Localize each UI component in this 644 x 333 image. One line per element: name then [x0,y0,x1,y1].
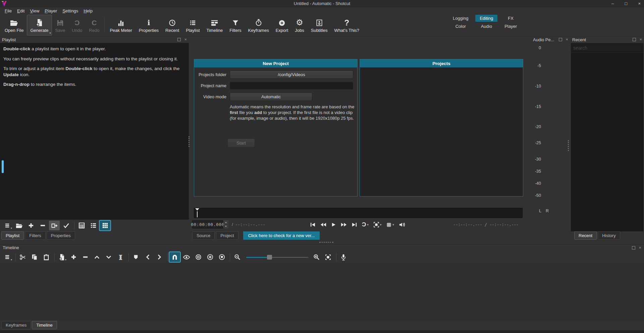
timeline-menu-button[interactable]: ▾ [2,252,13,262]
previous-marker-button[interactable] [142,252,153,262]
playlist-icon-view-button[interactable] [100,221,110,230]
zoom-timeline-fit-button[interactable] [323,252,333,262]
maximize-button-icon[interactable]: □ [625,0,628,7]
export-button[interactable]: Export [272,15,292,36]
playlist-open-button[interactable] [14,221,24,230]
scrub-while-dragging-button[interactable] [181,252,192,262]
whats-this-button[interactable]: ? What's This? [331,15,363,36]
properties-button[interactable]: i Properties [136,15,162,36]
cut-button[interactable] [17,252,28,262]
projects-folder-button[interactable]: /config/Videos [230,70,353,79]
redo-button[interactable]: C Redo [86,15,103,36]
grid-button[interactable]: ▾ [386,222,394,227]
playlist-button[interactable]: Playlist [182,15,203,36]
playlist-remove-button[interactable] [37,221,48,230]
mode-logging[interactable]: Logging [448,15,473,22]
fast-forward-button[interactable] [341,222,347,227]
close-panel-icon[interactable]: × [639,246,641,250]
peak-meter-button[interactable]: Peak Meter [106,15,135,36]
tab-playlist[interactable]: Playlist [1,231,24,240]
menu-settings[interactable]: Settings [60,8,81,14]
keyframes-button[interactable]: Keyframes [245,15,272,36]
tab-project[interactable]: Project [216,231,238,240]
video-mode-button[interactable]: Automatic [230,93,312,101]
tab-history[interactable]: History [598,231,620,240]
rewind-button[interactable] [320,222,326,227]
lift-button[interactable] [92,252,102,262]
menu-player[interactable]: Player [42,8,60,14]
jobs-button[interactable]: ⚙ Jobs [291,15,307,36]
float-panel-icon[interactable] [177,38,181,41]
filters-button[interactable]: Filters [226,15,245,36]
timecode-spinner[interactable]: ▲ ▼ [223,220,228,228]
float-panel-icon[interactable] [632,246,635,249]
playlist-tile-view-button[interactable] [88,221,99,230]
float-panel-icon[interactable] [559,38,562,41]
volume-button[interactable] [399,222,406,227]
timeline-tracks-area[interactable] [0,263,644,321]
project-name-input[interactable] [230,82,353,90]
menu-help[interactable]: Help [81,8,95,14]
mode-audio[interactable]: Audio [477,23,496,30]
ripple-markers-button[interactable] [216,252,227,262]
tab-source[interactable]: Source [192,231,215,240]
subtitles-button[interactable]: Subtitles [308,15,331,36]
timeline-button[interactable]: Timeline [203,15,226,36]
playlist-detail-view-button[interactable] [76,221,87,230]
menu-view[interactable]: View [27,8,42,14]
mode-color[interactable]: Color [451,23,470,30]
start-button[interactable]: Start [227,138,255,148]
tab-keyframes[interactable]: Keyframes [1,321,31,329]
mode-player[interactable]: Player [500,23,521,30]
mode-fx[interactable]: FX [503,15,518,22]
splitter-handle[interactable] [319,242,333,243]
close-panel-icon[interactable]: × [639,38,642,42]
split-button[interactable]: ][ [115,252,126,262]
splitter-handle[interactable] [189,136,190,147]
close-panel-icon[interactable]: × [566,38,568,42]
mode-editing[interactable]: Editing [475,15,497,22]
close-button-icon[interactable]: × [638,0,641,7]
zoom-timeline-in-button[interactable] [311,252,322,262]
recent-button[interactable]: Recent [162,15,182,36]
timeline-zoom-slider[interactable] [246,254,308,261]
play-button[interactable] [331,222,336,227]
close-panel-icon[interactable]: × [184,38,187,42]
ripple-toggle-button[interactable] [193,252,204,262]
recent-files-list[interactable] [571,53,643,231]
tab-recent[interactable]: Recent [574,231,597,240]
minimize-button-icon[interactable]: – [611,0,614,7]
loop-button[interactable]: Ɔ▾ [362,221,369,228]
tab-filters[interactable]: Filters [25,231,45,240]
update-notification-button[interactable]: Click here to check for a new ver... [243,231,320,240]
playlist-add-button[interactable] [25,221,36,230]
save-button[interactable]: Save [52,15,69,36]
spin-down-icon[interactable]: ▼ [223,225,228,229]
float-panel-icon[interactable] [633,38,636,41]
skip-next-button[interactable] [352,222,357,227]
menu-edit[interactable]: Edit [14,8,27,14]
overwrite-button[interactable] [103,252,114,262]
marker-button[interactable] [130,252,141,262]
skip-previous-button[interactable] [310,222,315,227]
playlist-update-all-button[interactable] [61,221,71,230]
zoom-timeline-out-button[interactable] [232,252,243,262]
recent-search-input[interactable] [571,43,643,52]
playhead-marker-icon[interactable] [195,208,199,211]
ripple-delete-button[interactable] [68,252,79,262]
spin-up-icon[interactable]: ▲ [223,220,228,224]
timecode-display[interactable]: 00:00:00.000 [192,220,223,228]
playlist-update-button[interactable] [49,221,60,230]
copy-button[interactable] [29,252,40,262]
menu-file[interactable]: File [2,8,14,14]
paste-button[interactable] [41,252,52,262]
remove-button[interactable] [80,252,91,262]
ripple-all-tracks-button[interactable] [205,252,215,262]
tab-timeline[interactable]: Timeline [32,321,57,329]
playlist-menu-button[interactable]: ▾ [2,221,13,230]
player-seekbar[interactable] [194,208,523,218]
slider-handle[interactable] [267,255,272,260]
tab-properties[interactable]: Properties [47,231,75,240]
undo-button[interactable]: Ɔ Undo [68,15,86,36]
generate-button[interactable]: Generate ▾ [27,15,52,36]
